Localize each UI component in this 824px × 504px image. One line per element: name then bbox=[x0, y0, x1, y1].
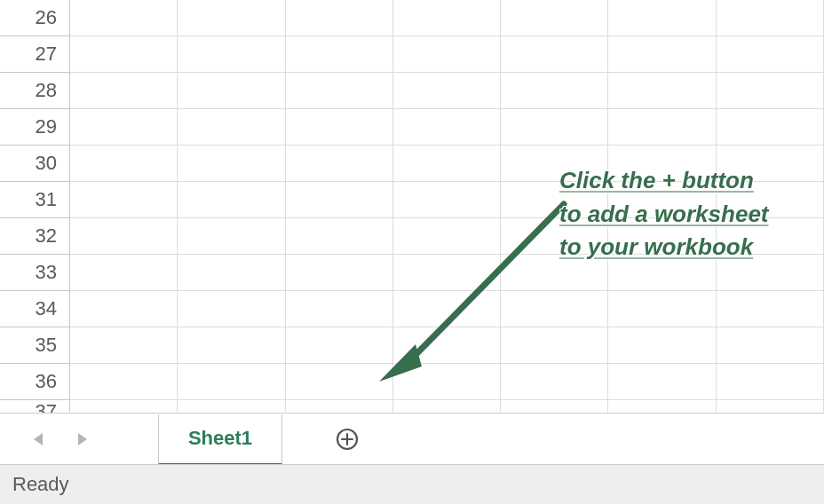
sheet-tab-active[interactable]: Sheet1 bbox=[158, 414, 282, 466]
grid-cell[interactable] bbox=[501, 255, 608, 291]
grid-cell[interactable] bbox=[717, 364, 824, 400]
grid-cell[interactable] bbox=[70, 0, 178, 36]
grid-cell[interactable] bbox=[286, 73, 393, 109]
spreadsheet-grid[interactable]: 262728293031323334353637 bbox=[0, 0, 824, 413]
grid-cell[interactable] bbox=[178, 109, 285, 146]
grid-cell[interactable] bbox=[393, 255, 501, 291]
grid-cell[interactable] bbox=[608, 400, 716, 412]
grid-cell[interactable] bbox=[393, 0, 501, 36]
grid-cell[interactable] bbox=[393, 218, 501, 255]
grid-cell[interactable] bbox=[717, 255, 824, 291]
grid-cell[interactable] bbox=[717, 291, 824, 327]
grid-cell[interactable] bbox=[608, 73, 716, 109]
grid-cell[interactable] bbox=[393, 291, 501, 327]
grid-cell[interactable] bbox=[393, 364, 501, 400]
grid-cell[interactable] bbox=[178, 327, 285, 364]
grid-cell[interactable] bbox=[286, 327, 393, 364]
grid-cell[interactable] bbox=[717, 182, 824, 218]
tab-nav-first-icon[interactable] bbox=[34, 433, 43, 445]
row-header[interactable]: 32 bbox=[0, 218, 70, 255]
grid-cell[interactable] bbox=[178, 182, 285, 218]
row-header[interactable]: 30 bbox=[0, 146, 70, 182]
grid-cell[interactable] bbox=[286, 400, 393, 412]
grid-cell[interactable] bbox=[608, 364, 716, 400]
row-header[interactable]: 37 bbox=[0, 400, 70, 412]
grid-cell[interactable] bbox=[717, 218, 824, 255]
grid-cell[interactable] bbox=[70, 182, 178, 218]
grid-cell[interactable] bbox=[501, 400, 608, 412]
grid-cell[interactable] bbox=[393, 146, 501, 182]
grid-cell[interactable] bbox=[393, 73, 501, 109]
grid-cell[interactable] bbox=[501, 218, 608, 255]
grid-cell[interactable] bbox=[717, 73, 824, 109]
grid-cell[interactable] bbox=[70, 364, 178, 400]
grid-cell[interactable] bbox=[608, 291, 716, 327]
grid-cell[interactable] bbox=[286, 0, 393, 36]
grid-cell[interactable] bbox=[178, 146, 285, 182]
grid-cell[interactable] bbox=[178, 73, 285, 109]
grid-cell[interactable] bbox=[178, 255, 285, 291]
row-header[interactable]: 29 bbox=[0, 109, 70, 146]
grid-cell[interactable] bbox=[608, 327, 716, 364]
grid-cell[interactable] bbox=[286, 218, 393, 255]
grid-cell[interactable] bbox=[178, 218, 285, 255]
grid-cell[interactable] bbox=[70, 327, 178, 364]
row-header[interactable]: 36 bbox=[0, 364, 70, 400]
grid-cell[interactable] bbox=[501, 73, 608, 109]
grid-cell[interactable] bbox=[501, 327, 608, 364]
grid-cell[interactable] bbox=[501, 36, 608, 73]
grid-cell[interactable] bbox=[717, 146, 824, 182]
grid-cell[interactable] bbox=[178, 291, 285, 327]
grid-cell[interactable] bbox=[393, 327, 501, 364]
grid-cell[interactable] bbox=[717, 327, 824, 364]
row-header[interactable]: 27 bbox=[0, 36, 70, 73]
grid-cell[interactable] bbox=[717, 36, 824, 73]
grid-cell[interactable] bbox=[178, 364, 285, 400]
grid-cell[interactable] bbox=[608, 218, 716, 255]
row-header[interactable]: 34 bbox=[0, 291, 70, 327]
tab-nav-last-icon[interactable] bbox=[78, 433, 87, 445]
grid-cell[interactable] bbox=[608, 255, 716, 291]
grid-cell[interactable] bbox=[501, 182, 608, 218]
grid-cell[interactable] bbox=[286, 255, 393, 291]
grid-cell[interactable] bbox=[393, 182, 501, 218]
grid-cell[interactable] bbox=[286, 182, 393, 218]
grid-cell[interactable] bbox=[717, 0, 824, 36]
grid-cell[interactable] bbox=[501, 364, 608, 400]
grid-cell[interactable] bbox=[286, 146, 393, 182]
grid-cell[interactable] bbox=[286, 36, 393, 73]
row-header[interactable]: 26 bbox=[0, 0, 70, 36]
grid-cell[interactable] bbox=[608, 109, 716, 146]
grid-cell[interactable] bbox=[70, 291, 178, 327]
grid-cell[interactable] bbox=[70, 36, 178, 73]
grid-cell[interactable] bbox=[608, 182, 716, 218]
grid-cell[interactable] bbox=[70, 109, 178, 146]
grid-cell[interactable] bbox=[717, 400, 824, 412]
grid-cell[interactable] bbox=[393, 36, 501, 73]
grid-cell[interactable] bbox=[393, 400, 501, 412]
grid-cell[interactable] bbox=[70, 255, 178, 291]
grid-cell[interactable] bbox=[501, 0, 608, 36]
grid-cell[interactable] bbox=[608, 36, 716, 73]
grid-cell[interactable] bbox=[70, 146, 178, 182]
grid-cell[interactable] bbox=[608, 0, 716, 36]
grid-cell[interactable] bbox=[501, 146, 608, 182]
grid-cell[interactable] bbox=[178, 0, 285, 36]
grid-cell[interactable] bbox=[717, 109, 824, 146]
grid-cell[interactable] bbox=[70, 73, 178, 109]
grid-cell[interactable] bbox=[501, 291, 608, 327]
grid-cell[interactable] bbox=[286, 291, 393, 327]
grid-cell[interactable] bbox=[286, 109, 393, 146]
grid-cell[interactable] bbox=[70, 218, 178, 255]
grid-cell[interactable] bbox=[286, 364, 393, 400]
grid-cell[interactable] bbox=[70, 400, 178, 412]
grid-cell[interactable] bbox=[178, 400, 285, 412]
add-sheet-button[interactable] bbox=[334, 426, 360, 453]
grid-cell[interactable] bbox=[608, 146, 716, 182]
grid-cell[interactable] bbox=[501, 109, 608, 146]
grid-cell[interactable] bbox=[393, 109, 501, 146]
grid-cell[interactable] bbox=[178, 36, 285, 73]
row-header[interactable]: 31 bbox=[0, 182, 70, 218]
row-header[interactable]: 33 bbox=[0, 255, 70, 291]
row-header[interactable]: 28 bbox=[0, 73, 70, 109]
